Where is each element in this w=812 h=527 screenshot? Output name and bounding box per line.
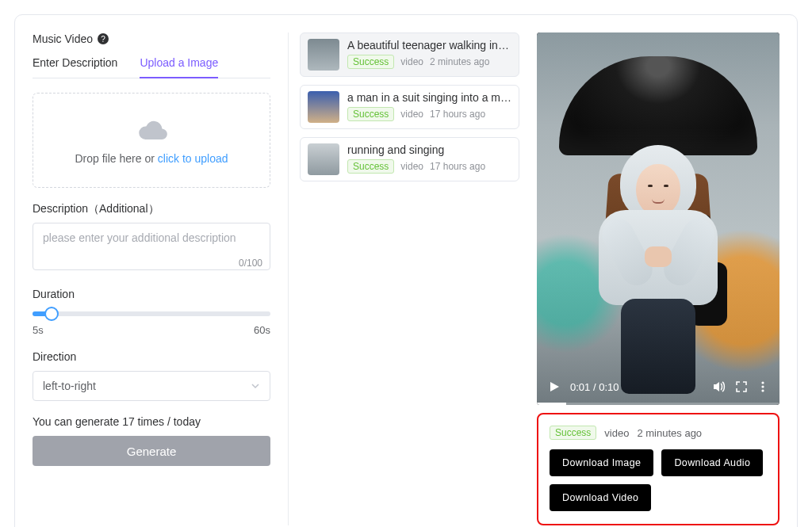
- history-kind: video: [400, 56, 423, 67]
- video-controls: 0:01 / 0:10: [537, 369, 779, 405]
- input-tabs: Enter Description Upload a Image: [33, 56, 270, 78]
- tab-upload-image[interactable]: Upload a Image: [140, 56, 218, 78]
- duration-range: 5s 60s: [33, 324, 270, 336]
- svg-point-2: [761, 389, 764, 391]
- upload-text: Drop file here or click to upload: [75, 152, 228, 165]
- download-video-button[interactable]: Download Video: [550, 484, 651, 511]
- history-item[interactable]: A beautiful teenager walking in the rain…: [300, 32, 519, 77]
- detail-meta: Success video 2 minutes ago: [550, 426, 767, 440]
- help-icon[interactable]: ?: [98, 33, 109, 44]
- history-info: running and singing Success video 17 hou…: [347, 143, 511, 175]
- detail-time: 2 minutes ago: [637, 427, 702, 439]
- duration-max: 60s: [254, 324, 270, 336]
- duration-min: 5s: [33, 324, 44, 336]
- page-title-row: Music Video ?: [33, 32, 270, 45]
- status-badge: Success: [550, 426, 596, 440]
- app-panel: Music Video ? Enter Description Upload a…: [14, 14, 798, 527]
- history-info: a man in a suit singing into a microphon…: [347, 91, 511, 123]
- history-time: 2 minutes ago: [430, 56, 489, 67]
- description-label: Description（Additional）: [33, 202, 270, 216]
- svg-point-0: [761, 381, 764, 384]
- history-thumb: [308, 39, 339, 71]
- history-title: A beautiful teenager walking in the rain…: [347, 39, 511, 52]
- more-icon[interactable]: [757, 380, 768, 393]
- status-badge: Success: [347, 159, 394, 174]
- video-frame: [537, 32, 779, 405]
- upload-dropzone[interactable]: Drop file here or click to upload: [33, 93, 270, 188]
- video-player[interactable]: 0:01 / 0:10: [537, 32, 779, 405]
- detail-panel: Success video 2 minutes ago Download Ima…: [537, 413, 779, 525]
- chevron-down-icon: [251, 381, 260, 391]
- description-counter: 0/100: [239, 258, 262, 269]
- volume-icon[interactable]: [711, 380, 726, 394]
- quota-text: You can generate 17 times / today: [33, 415, 270, 428]
- tab-enter-description[interactable]: Enter Description: [33, 56, 117, 78]
- detail-kind: video: [604, 427, 629, 439]
- status-badge: Success: [347, 55, 394, 69]
- download-row: Download Image Download Audio Download V…: [550, 449, 767, 511]
- fullscreen-icon[interactable]: [735, 380, 748, 393]
- upload-cloud-icon: [132, 116, 171, 144]
- history-info: A beautiful teenager walking in the rain…: [347, 39, 511, 71]
- duration-slider-thumb[interactable]: [44, 307, 59, 321]
- left-column: Music Video ? Enter Description Upload a…: [33, 32, 270, 525]
- direction-value: left-to-right: [43, 380, 96, 392]
- duration-slider[interactable]: [33, 311, 270, 316]
- direction-select[interactable]: left-to-right: [33, 371, 270, 401]
- download-image-button[interactable]: Download Image: [550, 449, 653, 476]
- download-audio-button[interactable]: Download Audio: [661, 449, 763, 476]
- play-icon[interactable]: [548, 380, 561, 393]
- preview-column: 0:01 / 0:10 Success video 2 minutes a: [537, 32, 779, 525]
- history-column: A beautiful teenager walking in the rain…: [288, 32, 519, 525]
- generate-button[interactable]: Generate: [33, 436, 270, 466]
- history-title: a man in a suit singing into a microphon…: [347, 91, 511, 104]
- history-thumb: [308, 91, 339, 123]
- history-thumb: [308, 143, 339, 175]
- description-input[interactable]: [33, 223, 270, 270]
- direction-label: Direction: [33, 350, 270, 363]
- history-item[interactable]: running and singing Success video 17 hou…: [300, 137, 519, 181]
- svg-point-1: [761, 385, 764, 388]
- description-wrap: 0/100: [33, 223, 270, 273]
- video-time: 0:01 / 0:10: [570, 381, 619, 393]
- history-time: 17 hours ago: [430, 109, 485, 120]
- upload-link[interactable]: click to upload: [158, 152, 228, 165]
- history-item[interactable]: a man in a suit singing into a microphon…: [300, 85, 519, 129]
- page-title: Music Video: [33, 32, 93, 45]
- history-title: running and singing: [347, 143, 511, 156]
- duration-label: Duration: [33, 288, 270, 300]
- history-kind: video: [400, 109, 423, 120]
- status-badge: Success: [347, 107, 394, 121]
- history-kind: video: [400, 161, 423, 172]
- history-time: 17 hours ago: [430, 161, 485, 172]
